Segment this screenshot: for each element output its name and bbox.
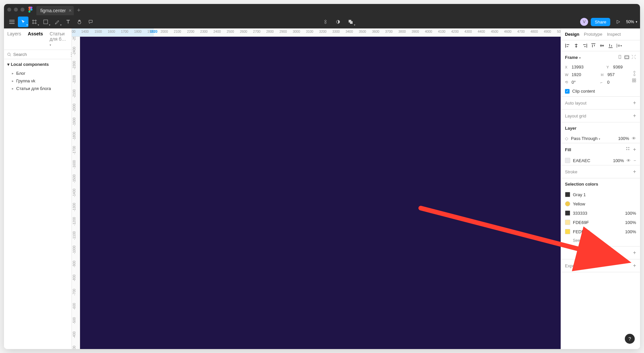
layer-opacity-value[interactable]: 100% [618,136,629,141]
selection-color-row[interactable]: FEDB4D100% [561,227,640,236]
design-tab[interactable]: Design [565,28,579,40]
vertical-ruler[interactable]: -2500-2400-2300-2200-2100-2000-1900-1800… [72,37,80,349]
inspect-tab[interactable]: Inspect [607,28,621,40]
add-export-button[interactable]: + [633,263,636,269]
close-window-icon[interactable] [7,8,11,12]
canvas[interactable] [80,37,561,349]
prototype-tab[interactable]: Prototype [584,28,602,40]
remove-fill-button[interactable]: − [633,158,636,163]
horizontal-ruler[interactable]: 1300140015001600170018001900200021002200… [72,28,561,37]
text-tool[interactable] [63,17,73,27]
hand-tool[interactable] [74,17,85,27]
x-label: X [565,65,570,69]
add-fill-button[interactable]: + [633,147,636,153]
align-right-icon[interactable] [582,43,587,48]
local-components-heading[interactable]: ▾ Local components [4,59,71,69]
align-hcenter-icon[interactable] [574,43,579,48]
w-value[interactable]: 1920 [572,72,593,77]
align-left-icon[interactable] [565,43,570,48]
new-tab-button[interactable]: + [77,7,81,14]
layers-tab[interactable]: Layers [4,28,24,50]
scrollbar[interactable] [561,28,561,349]
color-swatch[interactable] [565,210,570,216]
clip-content-row[interactable]: ✓ Clip content [561,86,640,96]
pen-tool[interactable] [52,17,62,27]
toolbar: V Share 50%▾ [4,15,640,28]
blend-mode-icon[interactable]: ◇ [565,136,568,141]
distribute-icon[interactable]: ▾ [617,43,622,48]
resize-to-fit-icon[interactable] [631,55,636,60]
frame-label[interactable]: Frame ▾ [565,55,581,60]
component-folder[interactable]: Группа vk [4,77,71,85]
menu-icon[interactable] [7,17,17,27]
user-avatar[interactable]: V [580,18,588,26]
color-swatch[interactable] [565,192,570,197]
boolean-icon[interactable] [345,17,356,27]
y-value[interactable]: 9369 [613,65,640,69]
constrain-proportions-icon[interactable] [633,71,640,78]
mask-icon[interactable] [333,17,343,27]
fill-hex-value[interactable]: EAEAEC [573,158,610,163]
present-icon[interactable] [613,17,623,27]
alignment-row: ▾ [561,40,640,51]
add-effect-button[interactable]: + [633,250,636,256]
fill-swatch[interactable] [565,158,570,163]
add-auto-layout-button[interactable]: + [633,100,636,106]
share-button[interactable]: Share [591,18,610,26]
h-value[interactable]: 957 [608,72,629,77]
align-bottom-icon[interactable] [608,43,613,48]
clip-content-checkbox[interactable]: ✓ [565,89,570,94]
selection-color-row[interactable]: FDE69F100% [561,218,640,227]
svg-point-15 [628,149,629,150]
help-button[interactable]: ? [625,334,635,344]
selection-color-row[interactable]: 333333100% [561,208,640,218]
search-input[interactable] [13,52,69,57]
align-vcenter-icon[interactable] [599,43,605,48]
file-tab-title: figma.center [40,8,66,13]
fill-opacity-value[interactable]: 100% [613,158,624,163]
maximize-window-icon[interactable] [21,8,24,12]
see-all-colors-link[interactable]: See all 5 colors [561,236,640,246]
visibility-icon[interactable]: 👁 [632,136,636,141]
toolbar-right: V Share 50%▾ [580,17,637,27]
figma-logo-icon[interactable] [28,7,33,12]
independent-corners-icon[interactable] [632,78,640,86]
svg-rect-9 [634,79,636,80]
shape-tool[interactable] [40,17,51,27]
close-tab-icon[interactable]: ✕ [68,8,72,13]
page-tab[interactable]: Статьи для б… ▾ [46,28,71,50]
color-opacity: 100% [625,220,636,225]
frame-tool[interactable] [29,17,40,27]
radius-value[interactable]: 0 [607,80,628,85]
selection-color-row[interactable]: Yellow [561,199,640,208]
fill-styles-icon[interactable] [626,147,630,153]
rotation-value[interactable]: 0° [572,80,593,85]
blend-mode-value[interactable]: Pass Through ▾ [571,136,616,141]
fill-visibility-icon[interactable]: 👁 [626,158,631,163]
x-value[interactable]: 13993 [572,65,599,69]
move-tool[interactable] [18,17,28,27]
color-swatch[interactable] [565,220,570,225]
component-folder[interactable]: Статьи для блога [4,85,71,92]
svg-rect-1 [44,20,48,24]
color-swatch[interactable] [565,229,570,234]
comment-tool[interactable] [85,17,96,27]
rotation-icon: ⟲ [565,80,570,84]
selection-color-row[interactable]: Gray 1 [561,190,640,199]
color-swatch[interactable] [565,201,570,206]
right-panel-tabs: Design Prototype Inspect [561,28,640,40]
align-top-icon[interactable] [591,43,596,48]
component-folder[interactable]: Блог [4,69,71,77]
selected-frame[interactable] [80,37,561,349]
zoom-dropdown[interactable]: 50%▾ [626,20,637,24]
resize-fit-icon[interactable] [618,55,622,60]
component-icon[interactable] [320,17,331,27]
add-layout-grid-button[interactable]: + [633,113,636,119]
file-tab[interactable]: figma.center ✕ [36,6,74,15]
resize-fill-icon[interactable] [624,55,629,60]
assets-tab[interactable]: Assets [24,28,46,50]
add-stroke-button[interactable]: + [633,169,636,175]
minimize-window-icon[interactable] [14,8,18,12]
scrollbar-thumb[interactable] [561,174,561,191]
radius-icon: ⌐ [601,80,605,84]
